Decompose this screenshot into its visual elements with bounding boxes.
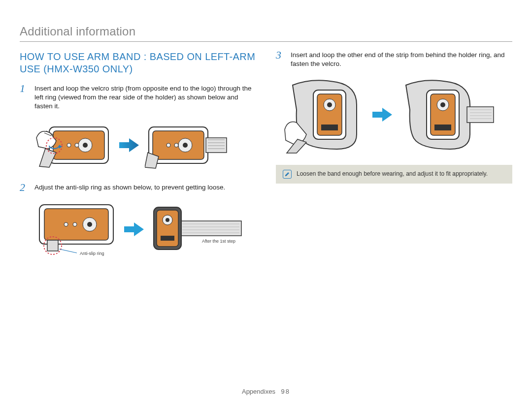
illustration-row-3	[283, 75, 512, 154]
illustration-after-step: After the 1st step	[150, 202, 243, 256]
illustration-strip-through	[145, 118, 229, 172]
illustration-row-2: Anti-slip ring	[34, 200, 256, 259]
svg-point-43	[327, 102, 332, 107]
step-text: Insert and loop the velcro strip (from o…	[34, 84, 256, 111]
svg-rect-50	[434, 125, 451, 130]
note-text: Loosen the band enough before wearing, a…	[297, 170, 488, 178]
caption-after-step: After the 1st step	[202, 239, 235, 244]
svg-point-23	[87, 222, 92, 227]
svg-rect-39	[161, 236, 174, 241]
svg-rect-30	[179, 221, 241, 236]
svg-point-49	[440, 102, 445, 107]
note-callout: Loosen the band enough before wearing, a…	[276, 165, 512, 184]
svg-point-14	[174, 143, 178, 147]
svg-point-3	[83, 143, 88, 148]
illustration-row-1	[34, 118, 256, 172]
svg-point-13	[166, 143, 170, 147]
illustration-anti-slip: Anti-slip ring	[34, 200, 118, 259]
svg-marker-8	[119, 138, 139, 152]
svg-point-38	[166, 218, 169, 222]
svg-rect-51	[467, 107, 494, 123]
svg-point-24	[64, 222, 68, 226]
svg-marker-29	[124, 222, 144, 236]
footer-label: Appendixes	[242, 388, 275, 395]
left-column: HOW TO USE ARM BAND : BASED ON LEFT-ARM …	[20, 51, 256, 270]
right-column: 3 Insert and loop the other end of the s…	[276, 51, 512, 270]
page-title: Additional information	[20, 25, 512, 42]
step-2: 2 Adjust the anti-slip ring as shown bel…	[20, 183, 256, 193]
illustration-loop-other-end	[283, 75, 366, 154]
illustration-fastened	[398, 75, 497, 154]
step-number: 2	[20, 182, 29, 193]
section-heading: HOW TO USE ARM BAND : BASED ON LEFT-ARM …	[20, 51, 256, 75]
step-number: 1	[20, 83, 29, 94]
svg-point-12	[183, 143, 188, 148]
svg-point-25	[73, 222, 77, 226]
page-number: 98	[281, 388, 290, 395]
step-3: 3 Insert and loop the other end of the s…	[276, 51, 512, 68]
step-text: Adjust the anti-slip ring as shown below…	[34, 183, 225, 192]
svg-point-4	[67, 143, 71, 147]
svg-rect-26	[47, 240, 58, 251]
arrow-right-icon	[118, 137, 140, 154]
caption-anti-slip: Anti-slip ring	[80, 251, 104, 256]
svg-point-5	[75, 143, 79, 147]
arrow-right-icon	[371, 106, 393, 123]
svg-rect-44	[321, 125, 338, 130]
step-text: Insert and loop the other end of the str…	[291, 51, 512, 68]
step-number: 3	[276, 50, 285, 61]
pencil-note-icon	[283, 170, 292, 179]
svg-marker-45	[372, 108, 392, 122]
arrow-right-icon	[123, 221, 145, 238]
svg-line-28	[59, 249, 77, 253]
step-1: 1 Insert and loop the velcro strip (from…	[20, 84, 256, 111]
page-footer: Appendixes 98	[20, 388, 512, 395]
illustration-insert-strip	[34, 118, 113, 172]
